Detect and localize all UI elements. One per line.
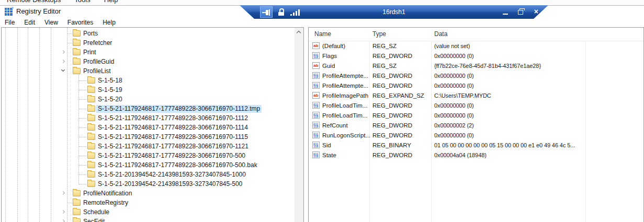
menu-item-view[interactable]: View: [40, 18, 63, 27]
table-row[interactable]: 011110FlagsREG_DWORD0x00000000 (0): [309, 51, 643, 61]
tree-item[interactable]: Print: [2, 48, 294, 57]
folder-icon: [87, 115, 95, 121]
tree-scrollbar[interactable]: [295, 28, 303, 222]
column-header-data[interactable]: Data: [434, 30, 447, 38]
tree-item-label: S-1-5-21-1179246817-1777489228-306671697…: [96, 133, 250, 141]
tree-item[interactable]: S-1-5-21-1179246817-1777489228-306671697…: [2, 151, 294, 160]
tree-item[interactable]: S-1-5-21-1179246817-1777489228-306671697…: [2, 113, 294, 123]
value-data: 0x00000002 (2): [434, 122, 474, 128]
host-menu-item-help[interactable]: Help: [104, 0, 118, 4]
folder-icon: [73, 49, 81, 55]
tree-item[interactable]: ProfileList: [2, 66, 294, 76]
tree-item-label: ProfileList: [82, 67, 112, 75]
tree-item[interactable]: S-1-5-20: [2, 95, 294, 104]
string-value-icon: ab: [312, 92, 320, 99]
registry-editor-app-icon: [5, 8, 13, 16]
binary-digits: 110: [313, 106, 319, 108]
tree-item-label: S-1-5-20: [96, 96, 124, 103]
registry-editor-title: Registry Editor: [16, 7, 61, 15]
tree-item[interactable]: ProfileGuid: [2, 57, 294, 66]
chevron-right-icon[interactable]: [61, 210, 65, 214]
table-row[interactable]: 011110StateREG_DWORD0x00004a04 (18948): [309, 150, 643, 160]
chevron-right-icon[interactable]: [61, 50, 65, 54]
binary-digits: 110: [313, 56, 319, 58]
chevron-right-icon[interactable]: [61, 60, 65, 63]
menu-item-file[interactable]: File: [0, 18, 19, 27]
table-row[interactable]: 011110ProfileAttempte...REG_DWORD0x00000…: [309, 71, 643, 81]
tree-connector: [67, 43, 72, 43]
value-data: {ff7b22ce-76e8-45d7-81b4-431f67e1ae28}: [434, 63, 541, 69]
folder-icon: [87, 162, 95, 168]
tree-item[interactable]: Prefetcher: [2, 38, 294, 48]
menu-item-favorites[interactable]: Favorites: [63, 18, 98, 27]
registry-tree-pane: PortsPrefetcherPrintProfileGuidProfileLi…: [1, 27, 304, 222]
table-row[interactable]: 011110RefCountREG_DWORD0x00000002 (2): [309, 121, 643, 131]
tree-item[interactable]: Schedule: [2, 207, 294, 217]
value-type: REG_EXPAND_SZ: [372, 92, 424, 99]
table-row[interactable]: 011110ProfileLoadTim...REG_DWORD0x000000…: [309, 111, 643, 121]
tree-item-label: Prefetcher: [82, 39, 114, 47]
minimize-button[interactable]: [503, 14, 508, 15]
column-header-name[interactable]: Name: [314, 30, 331, 38]
tree-item[interactable]: S-1-5-21-201394542-2143981593-3273407845…: [2, 179, 294, 189]
tree-item-label: S-1-5-21-1179246817-1777489228-306671697…: [96, 105, 262, 113]
host-menu-item-remote-desktops[interactable]: Remote Desktops: [7, 0, 61, 4]
table-row[interactable]: abGuidREG_SZ{ff7b22ce-76e8-45d7-81b4-431…: [309, 61, 643, 71]
tree-item[interactable]: S-1-5-21-1179246817-1777489228-306671697…: [2, 104, 294, 113]
folder-icon: [73, 59, 81, 65]
host-menu-item-tools[interactable]: Tools: [74, 0, 90, 4]
folder-icon: [73, 68, 81, 74]
table-row[interactable]: 011110RunLogonScript...REG_DWORD0x000000…: [309, 131, 643, 141]
menu-item-help[interactable]: Help: [98, 18, 120, 27]
tree-item[interactable]: S-1-5-19: [2, 85, 294, 95]
value-type: REG_DWORD: [372, 122, 412, 128]
column-header-type[interactable]: Type: [372, 30, 386, 38]
value-data: 01 05 00 00 00 00 00 05 15 00 00 00 e1 e…: [434, 142, 575, 148]
tree-item-label: Ports: [82, 30, 99, 38]
table-row[interactable]: 011110ProfileAttempte...REG_DWORD0x00000…: [309, 81, 643, 91]
tree-item[interactable]: S-1-5-18: [2, 76, 294, 85]
rdp-connection-bar: 16rdsh1 ×: [240, 5, 548, 19]
value-name: RunLogonScript...: [322, 132, 370, 138]
binary-value-icon: 011110: [312, 72, 320, 79]
folder-icon: [87, 106, 95, 112]
tree-item[interactable]: RemoteRegistry: [2, 198, 294, 207]
binary-value-icon: 011110: [312, 52, 320, 59]
binary-value-icon: 011110: [312, 142, 320, 148]
tree-connector: [79, 118, 86, 119]
tree-item-label: S-1-5-21-201394542-2143981593-3273407845…: [96, 171, 247, 179]
tree-item[interactable]: S-1-5-21-1179246817-1777489228-306671697…: [2, 123, 294, 132]
tree-item-label: S-1-5-21-1179246817-1777489228-306671697…: [96, 143, 250, 150]
restore-button[interactable]: [518, 10, 523, 15]
table-row[interactable]: ab(Default)REG_SZ(value not set): [309, 41, 643, 51]
registry-values-pane: Name Type Data ab(Default)REG_SZ(value n…: [308, 27, 644, 222]
tree-item[interactable]: S-1-5-21-1179246817-1777489228-306671697…: [2, 142, 294, 151]
tree-item[interactable]: S-1-5-21-201394542-2143981593-3273407845…: [2, 170, 294, 179]
close-button[interactable]: ×: [534, 7, 538, 16]
tree-item-label: Print: [82, 49, 98, 56]
tree-item-label: RemoteRegistry: [82, 199, 130, 207]
chevron-down-icon[interactable]: [61, 68, 65, 72]
chevron-right-icon[interactable]: [61, 219, 65, 222]
tree-connector: [79, 146, 86, 147]
tree-item[interactable]: ProfileNotification: [2, 189, 294, 198]
table-row[interactable]: abProfileImagePathREG_EXPAND_SZC:\Users\…: [309, 91, 643, 101]
folder-icon: [73, 190, 81, 196]
chevron-right-icon[interactable]: [61, 191, 65, 195]
folder-icon: [87, 181, 95, 187]
tree-connector: [79, 174, 86, 175]
tree-connector: [79, 90, 86, 90]
value-name: ProfileLoadTim...: [322, 102, 368, 109]
table-row[interactable]: 011110SidREG_BINARY01 05 00 00 00 00 00 …: [309, 141, 643, 150]
tree-item[interactable]: S-1-5-21-1179246817-1777489228-306671697…: [2, 160, 294, 170]
tree-connector: [67, 203, 72, 203]
table-row[interactable]: 011110ProfileLoadTim...REG_DWORD0x000000…: [309, 101, 643, 111]
folder-icon: [73, 218, 81, 222]
tree-item[interactable]: Ports: [2, 29, 294, 38]
binary-digits: 110: [313, 115, 319, 118]
menu-item-edit[interactable]: Edit: [19, 18, 40, 27]
tree-item[interactable]: S-1-5-21-1179246817-1777489228-306671697…: [2, 132, 294, 142]
scroll-up-button[interactable]: [295, 28, 303, 37]
tree-item[interactable]: SecEdit: [2, 217, 294, 222]
tree-connector: [79, 137, 86, 137]
